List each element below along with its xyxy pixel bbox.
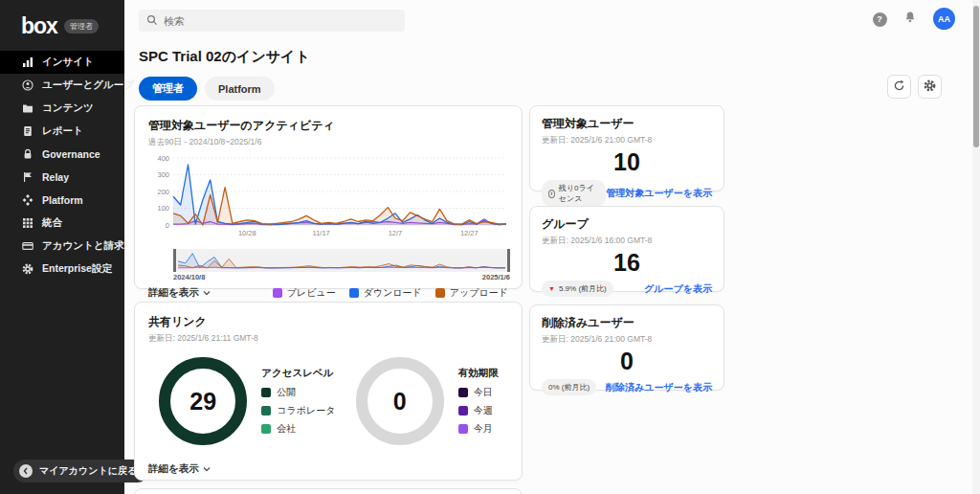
deleted-users-updated: 更新日: 2025/1/6 21:00 GMT-8 [542, 334, 712, 346]
settings-button[interactable] [918, 75, 942, 99]
shared-links-title: 共有リンク [148, 314, 508, 330]
activity-details-link[interactable]: 詳細を表示 [148, 286, 211, 300]
sidebar-item-insights[interactable]: インサイト [0, 51, 124, 74]
access-level-donut-group: 29 アクセスレベル 公開 コラボレータ 会社 [158, 356, 335, 446]
scrollbar[interactable] [972, 0, 980, 494]
groups-title: グループ [542, 216, 712, 233]
legend-download: ダウンロード [349, 286, 422, 300]
deleted-users-trend-badge: 0% (前月比) [542, 379, 596, 395]
legend-preview: プレビュー [273, 286, 336, 300]
shared-links-updated: 更新日: 2025/1/6 21:11 GMT-8 [148, 333, 508, 345]
shared-links-card: 共有リンク 更新日: 2025/1/6 21:11 GMT-8 29 アクセスレ… [134, 302, 523, 481]
gear-icon [21, 263, 33, 276]
svg-text:0: 0 [166, 221, 169, 230]
sidebar-item-users-groups[interactable]: ユーザーとグループ [0, 74, 124, 97]
sidebar: box 管理者 インサイト ユーザーとグループ コンテンツ レポート [0, 0, 124, 494]
access-level-donut[interactable]: 29 [158, 356, 248, 446]
svg-text:11/17: 11/17 [313, 229, 330, 237]
activity-line-chart[interactable]: 010020030040010/2811/1712/712/27 [148, 152, 512, 242]
activity-card-subtitle: 過去90日 - 2024/10/8~2025/1/6 [148, 137, 508, 148]
access-level-total: 29 [158, 356, 248, 446]
search-bar[interactable] [139, 10, 405, 32]
sidebar-item-integrations[interactable]: 統合 [0, 212, 124, 235]
chart-legend: プレビュー ダウンロード アップロード [273, 286, 508, 300]
expiration-donut-group: 0 有効期限 今日 今週 今月 [355, 356, 499, 446]
tab-bar: 管理者 Platform [139, 77, 275, 101]
help-icon: ? [873, 12, 887, 27]
bar-chart-icon [21, 56, 33, 69]
chevron-left-icon [19, 464, 33, 478]
expiration-total: 0 [355, 356, 445, 446]
svg-text:10/28: 10/28 [238, 229, 256, 237]
sidebar-item-governance[interactable]: Governance [0, 143, 124, 166]
sidebar-item-content[interactable]: コンテンツ [0, 97, 124, 120]
groups-count: 16 [542, 249, 712, 277]
sidebar-item-enterprise-settings[interactable]: Enterprise設定 [0, 258, 124, 281]
refresh-button[interactable] [887, 75, 911, 99]
back-to-my-account-button[interactable]: マイアカウントに戻る [13, 460, 148, 483]
legend-company: 会社 [261, 422, 335, 436]
search-icon [146, 12, 158, 30]
brush-end-label: 2025/1/6 [482, 273, 510, 281]
preview-swatch [273, 288, 282, 298]
legend-today: 今日 [458, 386, 499, 399]
activity-card: 管理対象ユーザーのアクティビティ 過去90日 - 2024/10/8~2025/… [134, 105, 523, 289]
report-icon [21, 125, 33, 138]
billing-icon [21, 240, 33, 253]
deleted-users-count: 0 [542, 348, 712, 375]
groups-trend-badge: ▼ 5.9% (前月比) [542, 281, 613, 297]
box-logo-text: box [21, 13, 57, 39]
shared-links-details-link[interactable]: 詳細を表示 [148, 462, 211, 476]
chevron-down-icon [203, 466, 211, 472]
svg-text:300: 300 [157, 170, 169, 179]
legend-this-week: 今週 [458, 404, 499, 417]
svg-text:12/27: 12/27 [460, 229, 479, 237]
view-deleted-users-link[interactable]: 削除済みユーザーを表示 [606, 381, 712, 394]
view-managed-users-link[interactable]: 管理対象ユーザーを表示 [606, 187, 712, 200]
user-icon [21, 79, 33, 92]
sidebar-item-reports[interactable]: レポート [0, 120, 124, 143]
bell-icon [903, 11, 917, 28]
notifications-button[interactable] [902, 11, 919, 28]
brush-labels: 2024/10/8 2025/1/6 [173, 273, 510, 281]
managed-users-updated: 更新日: 2025/1/6 21:00 GMT-8 [542, 135, 712, 146]
tab-platform[interactable]: Platform [205, 77, 275, 101]
lock-icon [21, 148, 33, 161]
upload-swatch [435, 288, 445, 298]
expiration-donut[interactable]: 0 [355, 356, 445, 446]
legend-collaborators: コラボレータ [261, 404, 335, 417]
refresh-icon [893, 79, 905, 96]
avatar[interactable]: AA [933, 8, 955, 30]
gear-icon [924, 79, 936, 96]
tab-admin[interactable]: 管理者 [139, 77, 197, 101]
access-level-legend: アクセスレベル 公開 コラボレータ 会社 [261, 367, 335, 436]
folder-icon [21, 102, 33, 115]
svg-text:200: 200 [157, 188, 169, 196]
legend-upload: アップロード [435, 286, 508, 300]
view-groups-link[interactable]: グループを表示 [644, 282, 712, 296]
managed-users-title: 管理対象ユーザー [542, 116, 712, 132]
help-button[interactable]: ? [871, 11, 888, 28]
svg-text:12/7: 12/7 [389, 229, 403, 237]
sidebar-item-account-billing[interactable]: アカウントと請求 [0, 235, 124, 258]
svg-text:400: 400 [157, 154, 169, 163]
box-logo[interactable]: box 管理者 [0, 0, 124, 51]
sidebar-item-relay[interactable]: Relay [0, 166, 124, 189]
chart-brush[interactable] [173, 249, 510, 272]
down-arrow-icon: ▼ [548, 285, 555, 292]
activity-card-title: 管理対象ユーザーのアクティビティ [148, 118, 508, 134]
next-card-stub [134, 488, 523, 494]
deleted-users-title: 削除済みユーザー [542, 315, 712, 331]
licenses-badge: i 残り0ライセンス [542, 180, 606, 207]
page-title: SPC Trial 02のインサイト [139, 48, 310, 66]
sidebar-item-platform[interactable]: Platform [0, 189, 124, 212]
search-input[interactable] [164, 15, 397, 27]
deleted-users-card: 削除済みユーザー 更新日: 2025/1/6 21:00 GMT-8 0 0% … [529, 304, 724, 391]
legend-public: 公開 [261, 386, 335, 399]
flag-icon [21, 171, 33, 184]
info-icon: i [548, 190, 555, 198]
scrollbar-thumb[interactable] [973, 6, 979, 147]
chevron-down-icon [203, 290, 211, 296]
svg-text:100: 100 [157, 204, 169, 213]
groups-card: グループ 更新日: 2025/1/6 16:00 GMT-8 16 ▼ 5.9%… [529, 206, 724, 292]
